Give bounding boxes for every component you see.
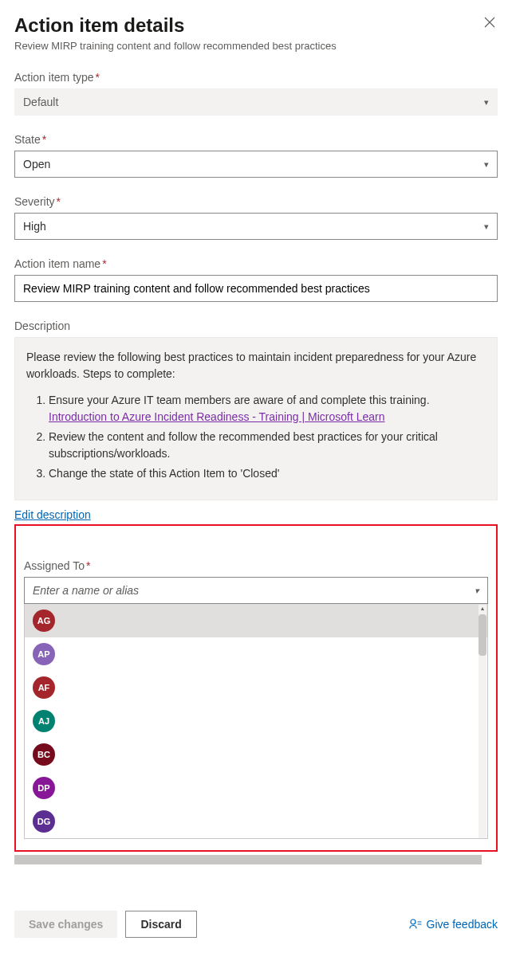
page-title: Action item details bbox=[14, 14, 184, 37]
assigned-option[interactable]: AP bbox=[25, 637, 487, 671]
avatar: BC bbox=[33, 743, 55, 766]
close-icon bbox=[484, 17, 495, 28]
training-link[interactable]: Introduction to Azure Incident Readiness… bbox=[49, 410, 385, 423]
assigned-option[interactable]: DP bbox=[25, 771, 487, 805]
discard-button[interactable]: Discard bbox=[125, 911, 196, 938]
scrollbar-horizontal[interactable] bbox=[14, 855, 498, 864]
severity-select[interactable]: High ▾ bbox=[14, 213, 498, 240]
assigned-option[interactable]: AF bbox=[25, 671, 487, 704]
assigned-combobox[interactable]: Enter a name or alias ▾ bbox=[24, 577, 488, 604]
assigned-option[interactable]: AG bbox=[25, 604, 487, 637]
chevron-down-icon: ▾ bbox=[475, 586, 479, 596]
name-label: Action item name* bbox=[14, 257, 498, 270]
chevron-down-icon: ▾ bbox=[484, 97, 489, 108]
description-box: Please review the following best practic… bbox=[14, 337, 498, 500]
assigned-to-section: Assigned To* Enter a name or alias ▾ AGA… bbox=[14, 524, 498, 852]
assigned-option[interactable]: DG bbox=[25, 805, 487, 838]
description-label: Description bbox=[14, 319, 498, 332]
chevron-down-icon: ▾ bbox=[484, 221, 489, 232]
name-input[interactable] bbox=[23, 276, 489, 301]
avatar: AF bbox=[33, 676, 55, 699]
give-feedback-link[interactable]: Give feedback bbox=[409, 918, 498, 931]
avatar: DG bbox=[33, 810, 55, 833]
scrollbar-vertical[interactable]: ▴ ▾ bbox=[479, 605, 486, 839]
avatar: AJ bbox=[33, 710, 55, 732]
feedback-icon bbox=[409, 918, 422, 931]
avatar: AG bbox=[33, 610, 55, 632]
severity-label: Severity* bbox=[14, 195, 498, 208]
avatar: AP bbox=[33, 643, 55, 665]
type-select: Default ▾ bbox=[14, 88, 498, 116]
assigned-label: Assigned To* bbox=[24, 559, 488, 572]
close-button[interactable] bbox=[482, 14, 498, 30]
assigned-option[interactable]: AJ bbox=[25, 704, 487, 738]
state-select[interactable]: Open ▾ bbox=[14, 151, 498, 178]
assigned-dropdown: AGAPAFAJBCDPDG ▴ ▾ bbox=[24, 604, 488, 839]
state-label: State* bbox=[14, 133, 498, 146]
type-label: Action item type* bbox=[14, 71, 498, 84]
save-button[interactable]: Save changes bbox=[14, 911, 117, 938]
avatar: DP bbox=[33, 777, 55, 799]
page-subtitle: Review MIRP training content and follow … bbox=[14, 40, 498, 52]
name-input-wrapper[interactable] bbox=[14, 275, 498, 302]
chevron-down-icon: ▾ bbox=[484, 159, 489, 170]
assigned-option[interactable]: BC bbox=[25, 738, 487, 771]
edit-description-link[interactable]: Edit description bbox=[14, 508, 91, 521]
